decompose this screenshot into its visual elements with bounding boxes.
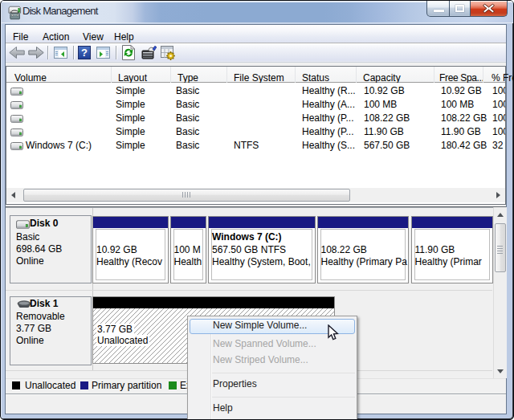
svg-text:?: ? xyxy=(81,47,88,59)
